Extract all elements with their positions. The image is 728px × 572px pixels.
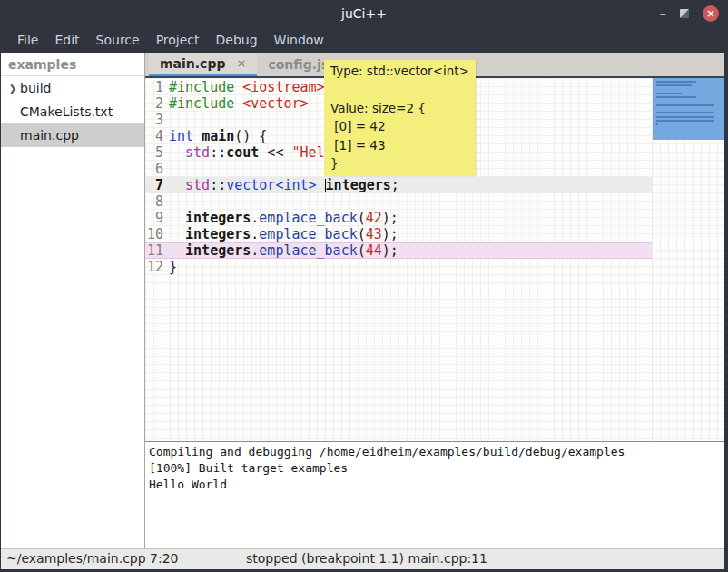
menu-item-file[interactable]: File bbox=[9, 29, 46, 51]
code-token bbox=[169, 210, 185, 226]
code-token: integers bbox=[185, 210, 251, 226]
code-token: ( bbox=[358, 242, 366, 259]
code-token bbox=[169, 226, 185, 242]
code-text: integers.emplace_back(43); bbox=[169, 226, 398, 242]
code-text: #include <vector> bbox=[169, 95, 309, 112]
code-token bbox=[234, 95, 242, 112]
close-icon[interactable]: × bbox=[703, 5, 719, 22]
title-bar[interactable]: juCi++ – × bbox=[0, 0, 728, 27]
minimap-code-line bbox=[656, 123, 658, 125]
chevron-right-icon[interactable]: ❯ bbox=[5, 84, 20, 94]
menu-item-window[interactable]: Window bbox=[266, 29, 332, 51]
minimap-code-line bbox=[656, 104, 714, 106]
code-text: std::vector<int> integers; bbox=[169, 177, 399, 193]
code-line[interactable]: 10 integers.emplace_back(43); bbox=[145, 226, 652, 242]
code-token: <iostream> bbox=[242, 79, 324, 95]
line-number: 7 bbox=[145, 177, 169, 193]
code-line[interactable]: 7 std::vector<int> integers; bbox=[145, 177, 652, 193]
code-token bbox=[169, 144, 185, 161]
minimap-code-line bbox=[656, 81, 696, 83]
status-bar: ~/examples/main.cpp 7:20 stopped (breakp… bbox=[1, 548, 724, 569]
tree-item-label: CMakeLists.txt bbox=[20, 104, 113, 119]
code-text: integers.emplace_back(42); bbox=[169, 210, 398, 226]
project-name-header: examples bbox=[1, 53, 144, 76]
minimap[interactable] bbox=[652, 78, 724, 441]
minimap-code-line bbox=[656, 112, 714, 113]
code-token bbox=[169, 177, 185, 193]
code-text: std::cout << "Hel bbox=[169, 144, 325, 161]
code-token: ( bbox=[358, 226, 366, 242]
window-controls: – × bbox=[660, 0, 720, 27]
line-number: 3 bbox=[145, 112, 169, 128]
minimap-code-line bbox=[656, 96, 696, 98]
menu-item-source[interactable]: Source bbox=[88, 29, 148, 51]
line-number: 9 bbox=[145, 210, 169, 226]
code-token: () { bbox=[234, 128, 267, 144]
tree-item-label: build bbox=[20, 81, 51, 95]
code-line[interactable]: 8 bbox=[145, 193, 652, 210]
code-token: main bbox=[202, 128, 234, 144]
code-token: emplace_back bbox=[259, 210, 357, 226]
tooltip-text-line bbox=[330, 80, 469, 98]
code-text: #include <iostream> bbox=[169, 79, 325, 95]
code-token bbox=[169, 242, 185, 259]
minimap-viewport[interactable] bbox=[653, 78, 724, 140]
code-token bbox=[317, 177, 325, 193]
console-output-line: Hello World bbox=[149, 477, 724, 493]
code-token: integers bbox=[185, 242, 251, 259]
line-number: 4 bbox=[145, 128, 169, 144]
code-line[interactable]: 9 integers.emplace_back(42); bbox=[145, 210, 652, 226]
menu-item-debug[interactable]: Debug bbox=[208, 29, 266, 51]
code-token: integers bbox=[326, 177, 391, 193]
line-number: 10 bbox=[145, 226, 169, 242]
code-token: cout bbox=[226, 144, 259, 161]
tooltip-text-line: Value: size=2 { bbox=[330, 99, 469, 117]
code-token: ; bbox=[391, 177, 399, 193]
minimap-code-line bbox=[656, 93, 682, 94]
code-text: int main() { bbox=[169, 128, 267, 144]
code-token: #include bbox=[169, 79, 234, 95]
restore-icon[interactable] bbox=[680, 9, 689, 18]
line-number: 1 bbox=[145, 79, 169, 95]
sidebar-item-cmakelists-txt[interactable]: CMakeLists.txt bbox=[1, 100, 144, 123]
console-output-line: [100%] Built target examples bbox=[149, 460, 724, 477]
minimize-icon[interactable]: – bbox=[660, 9, 667, 18]
file-tree-panel: examples ❯buildCMakeLists.txtmain.cpp bbox=[1, 53, 144, 548]
tree-item-label: main.cpp bbox=[20, 128, 79, 143]
minimap-code-line bbox=[656, 116, 714, 118]
menu-bar: FileEditSourceProjectDebugWindow bbox=[0, 27, 728, 53]
code-line[interactable]: 12} bbox=[145, 259, 652, 275]
code-token: . bbox=[251, 210, 259, 226]
code-token: integers bbox=[185, 226, 251, 242]
line-number: 12 bbox=[145, 259, 169, 275]
code-token: 44 bbox=[366, 242, 382, 259]
code-line[interactable]: 11 integers.emplace_back(44); bbox=[145, 242, 652, 259]
menu-item-project[interactable]: Project bbox=[148, 29, 208, 51]
code-token: ); bbox=[382, 226, 398, 242]
code-token bbox=[193, 128, 202, 144]
code-text: } bbox=[169, 259, 177, 275]
code-token: <vector> bbox=[242, 95, 308, 112]
tab-main-cpp[interactable]: main.cpp× bbox=[149, 53, 257, 76]
code-token: vector<int> bbox=[226, 177, 316, 193]
tab-label: main.cpp bbox=[160, 56, 225, 71]
code-text: integers.emplace_back(44); bbox=[169, 242, 398, 259]
code-token: :: bbox=[210, 144, 226, 161]
console-output-line: Compiling and debugging /home/eidheim/ex… bbox=[149, 444, 724, 460]
file-tree: ❯buildCMakeLists.txtmain.cpp bbox=[1, 76, 144, 147]
line-number: 6 bbox=[145, 161, 169, 177]
sidebar-item-build[interactable]: ❯build bbox=[1, 76, 144, 100]
tab-close-icon[interactable]: × bbox=[236, 56, 246, 70]
code-token: std bbox=[185, 177, 210, 193]
code-token: int bbox=[169, 128, 193, 144]
code-token: 43 bbox=[366, 226, 382, 242]
line-number: 5 bbox=[145, 144, 169, 161]
tooltip-text-line: } bbox=[330, 154, 469, 173]
sidebar-item-main-cpp[interactable]: main.cpp bbox=[1, 123, 144, 147]
line-number: 11 bbox=[145, 242, 169, 259]
output-console: Compiling and debugging /home/eidheim/ex… bbox=[145, 441, 724, 548]
tooltip-text-line: [1] = 43 bbox=[330, 136, 469, 154]
minimap-code-line bbox=[656, 120, 714, 122]
code-token: 42 bbox=[366, 210, 382, 226]
menu-item-edit[interactable]: Edit bbox=[46, 29, 87, 51]
